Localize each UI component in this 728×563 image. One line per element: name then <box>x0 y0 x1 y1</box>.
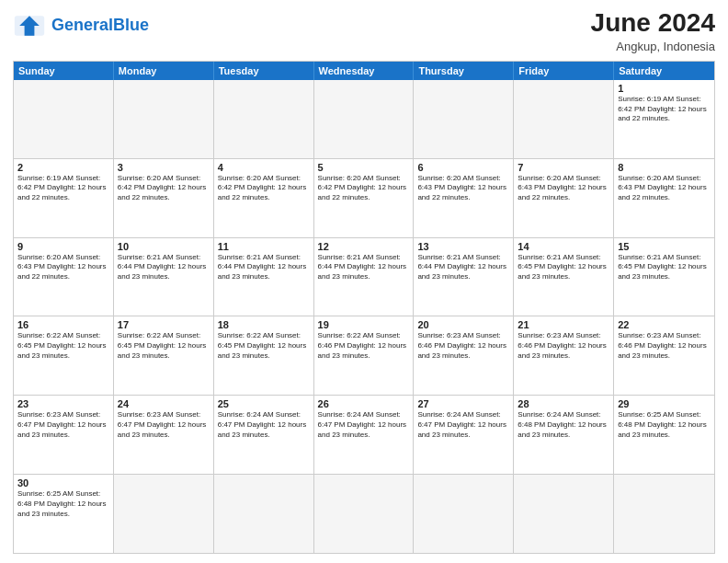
calendar-cell: 5Sunrise: 6:20 AM Sunset: 6:42 PM Daylig… <box>314 159 415 237</box>
day-header: Thursday <box>414 62 514 80</box>
calendar-cell <box>414 475 514 553</box>
cell-date: 13 <box>417 241 509 252</box>
cell-info: Sunrise: 6:20 AM Sunset: 6:43 PM Dayligh… <box>417 174 509 203</box>
logo-blue: Blue <box>113 16 149 34</box>
cell-info: Sunrise: 6:20 AM Sunset: 6:42 PM Dayligh… <box>318 174 410 203</box>
week-row: 2Sunrise: 6:19 AM Sunset: 6:42 PM Daylig… <box>14 159 714 238</box>
calendar-cell <box>14 80 114 158</box>
cell-info: Sunrise: 6:20 AM Sunset: 6:43 PM Dayligh… <box>17 253 109 282</box>
cell-info: Sunrise: 6:23 AM Sunset: 6:46 PM Dayligh… <box>417 331 509 361</box>
cell-info: Sunrise: 6:22 AM Sunset: 6:46 PM Dayligh… <box>318 331 410 361</box>
cell-date: 15 <box>618 241 711 252</box>
calendar-cell: 28Sunrise: 6:24 AM Sunset: 6:48 PM Dayli… <box>514 396 614 474</box>
cell-date: 8 <box>618 162 711 173</box>
cell-date: 7 <box>518 162 609 173</box>
week-row: 23Sunrise: 6:23 AM Sunset: 6:47 PM Dayli… <box>14 396 714 475</box>
svg-rect-2 <box>25 26 35 36</box>
cell-info: Sunrise: 6:19 AM Sunset: 6:42 PM Dayligh… <box>17 174 109 203</box>
cell-info: Sunrise: 6:21 AM Sunset: 6:44 PM Dayligh… <box>417 253 509 282</box>
calendar-cell <box>614 475 714 553</box>
day-header: Wednesday <box>314 62 415 80</box>
cell-date: 4 <box>218 162 310 173</box>
calendar-cell: 16Sunrise: 6:22 AM Sunset: 6:45 PM Dayli… <box>14 316 114 395</box>
logo-icon <box>13 9 46 42</box>
calendar-cell: 20Sunrise: 6:23 AM Sunset: 6:46 PM Dayli… <box>414 316 514 395</box>
cell-date: 28 <box>518 398 609 409</box>
calendar-cell: 15Sunrise: 6:21 AM Sunset: 6:45 PM Dayli… <box>614 238 714 316</box>
day-header: Tuesday <box>214 62 314 80</box>
cell-date: 14 <box>518 241 609 252</box>
day-header: Monday <box>114 62 214 80</box>
cell-date: 9 <box>17 241 109 252</box>
cell-info: Sunrise: 6:21 AM Sunset: 6:44 PM Dayligh… <box>318 253 410 282</box>
calendar-cell: 24Sunrise: 6:23 AM Sunset: 6:47 PM Dayli… <box>114 396 214 474</box>
calendar-cell: 23Sunrise: 6:23 AM Sunset: 6:47 PM Dayli… <box>14 396 114 474</box>
cell-info: Sunrise: 6:21 AM Sunset: 6:44 PM Dayligh… <box>118 253 210 282</box>
cell-info: Sunrise: 6:21 AM Sunset: 6:45 PM Dayligh… <box>518 253 609 282</box>
calendar-cell <box>514 80 614 158</box>
cell-info: Sunrise: 6:23 AM Sunset: 6:47 PM Dayligh… <box>118 410 210 440</box>
cell-date: 16 <box>17 319 109 330</box>
month-year: June 2024 <box>591 9 715 38</box>
cell-date: 27 <box>417 398 509 409</box>
calendar-cell: 9Sunrise: 6:20 AM Sunset: 6:43 PM Daylig… <box>14 238 114 316</box>
calendar-cell: 10Sunrise: 6:21 AM Sunset: 6:44 PM Dayli… <box>114 238 214 316</box>
calendar-cell <box>114 475 214 553</box>
calendar-cell <box>114 80 214 158</box>
calendar-cell: 1Sunrise: 6:19 AM Sunset: 6:42 PM Daylig… <box>614 80 714 158</box>
calendar-cell: 6Sunrise: 6:20 AM Sunset: 6:43 PM Daylig… <box>414 159 514 237</box>
calendar-cell: 30Sunrise: 6:25 AM Sunset: 6:48 PM Dayli… <box>14 475 114 553</box>
cell-date: 17 <box>118 319 210 330</box>
calendar-cell: 17Sunrise: 6:22 AM Sunset: 6:45 PM Dayli… <box>114 316 214 395</box>
calendar-cell <box>314 475 415 553</box>
cell-info: Sunrise: 6:22 AM Sunset: 6:45 PM Dayligh… <box>17 331 109 361</box>
cell-date: 30 <box>17 477 109 488</box>
header: GeneralBlue June 2024 Angkup, Indonesia <box>13 9 715 53</box>
cell-date: 10 <box>118 241 210 252</box>
calendar-cell: 7Sunrise: 6:20 AM Sunset: 6:43 PM Daylig… <box>514 159 614 237</box>
cell-info: Sunrise: 6:22 AM Sunset: 6:45 PM Dayligh… <box>218 331 310 361</box>
calendar-cell: 26Sunrise: 6:24 AM Sunset: 6:47 PM Dayli… <box>314 396 415 474</box>
calendar-cell: 22Sunrise: 6:23 AM Sunset: 6:46 PM Dayli… <box>614 316 714 395</box>
cell-date: 29 <box>618 398 711 409</box>
cell-info: Sunrise: 6:22 AM Sunset: 6:45 PM Dayligh… <box>118 331 210 361</box>
cell-info: Sunrise: 6:20 AM Sunset: 6:43 PM Dayligh… <box>518 174 609 203</box>
cell-date: 12 <box>318 241 410 252</box>
page: GeneralBlue June 2024 Angkup, Indonesia … <box>0 0 728 563</box>
day-header: Sunday <box>14 62 114 80</box>
cell-info: Sunrise: 6:20 AM Sunset: 6:43 PM Dayligh… <box>618 174 711 203</box>
cell-date: 11 <box>218 241 310 252</box>
cell-date: 5 <box>318 162 410 173</box>
cell-info: Sunrise: 6:25 AM Sunset: 6:48 PM Dayligh… <box>618 410 711 440</box>
cell-date: 1 <box>618 83 711 94</box>
calendar-cell: 27Sunrise: 6:24 AM Sunset: 6:47 PM Dayli… <box>414 396 514 474</box>
location: Angkup, Indonesia <box>591 40 715 53</box>
logo-general: General <box>51 16 113 34</box>
cell-date: 3 <box>118 162 210 173</box>
calendar-cell <box>414 80 514 158</box>
cell-date: 6 <box>417 162 509 173</box>
cell-date: 24 <box>118 398 210 409</box>
day-header: Friday <box>514 62 614 80</box>
calendar-cell: 3Sunrise: 6:20 AM Sunset: 6:42 PM Daylig… <box>114 159 214 237</box>
cell-info: Sunrise: 6:20 AM Sunset: 6:42 PM Dayligh… <box>218 174 310 203</box>
weeks: 1Sunrise: 6:19 AM Sunset: 6:42 PM Daylig… <box>14 80 714 553</box>
calendar-cell: 13Sunrise: 6:21 AM Sunset: 6:44 PM Dayli… <box>414 238 514 316</box>
calendar-cell: 4Sunrise: 6:20 AM Sunset: 6:42 PM Daylig… <box>214 159 314 237</box>
cell-date: 20 <box>417 319 509 330</box>
calendar-cell: 29Sunrise: 6:25 AM Sunset: 6:48 PM Dayli… <box>614 396 714 474</box>
cell-info: Sunrise: 6:23 AM Sunset: 6:47 PM Dayligh… <box>17 410 109 440</box>
calendar-cell: 25Sunrise: 6:24 AM Sunset: 6:47 PM Dayli… <box>214 396 314 474</box>
calendar-cell: 19Sunrise: 6:22 AM Sunset: 6:46 PM Dayli… <box>314 316 415 395</box>
logo-text: GeneralBlue <box>51 17 149 35</box>
calendar-cell <box>314 80 415 158</box>
cell-info: Sunrise: 6:25 AM Sunset: 6:48 PM Dayligh… <box>17 489 109 519</box>
calendar-cell: 8Sunrise: 6:20 AM Sunset: 6:43 PM Daylig… <box>614 159 714 237</box>
cell-date: 19 <box>318 319 410 330</box>
cell-date: 26 <box>318 398 410 409</box>
cell-date: 22 <box>618 319 711 330</box>
cell-info: Sunrise: 6:19 AM Sunset: 6:42 PM Dayligh… <box>618 95 711 124</box>
cell-info: Sunrise: 6:20 AM Sunset: 6:42 PM Dayligh… <box>118 174 210 203</box>
calendar-cell <box>214 475 314 553</box>
cell-date: 23 <box>17 398 109 409</box>
